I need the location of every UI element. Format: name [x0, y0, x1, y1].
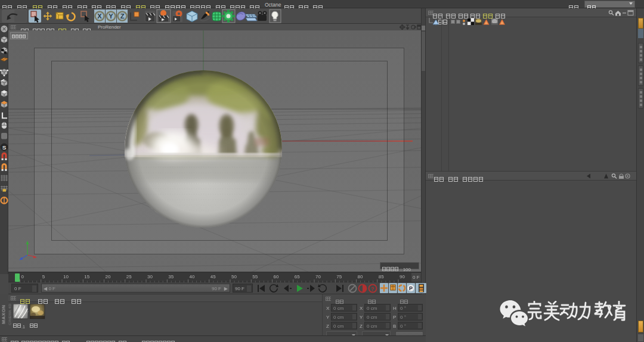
svg-text:?: ? — [371, 286, 374, 292]
svg-text:60: 60 — [274, 274, 279, 279]
svg-text:10: 10 — [63, 274, 69, 279]
svg-text:Y: Y — [109, 13, 113, 20]
svg-text:80: 80 — [358, 274, 363, 279]
svg-text:65: 65 — [295, 274, 300, 279]
svg-text:X: X — [97, 13, 102, 20]
svg-text:35: 35 — [168, 274, 174, 279]
svg-text:50: 50 — [231, 274, 237, 279]
svg-text:70: 70 — [315, 274, 321, 279]
svg-text:Z: Z — [120, 13, 125, 20]
svg-text:20: 20 — [106, 274, 111, 279]
svg-text:5: 5 — [42, 274, 45, 279]
svg-text:45: 45 — [210, 274, 216, 279]
svg-text:55: 55 — [252, 274, 258, 279]
svg-text:P: P — [409, 285, 413, 291]
svg-text:0: 0 — [21, 274, 24, 279]
svg-text:S: S — [2, 144, 7, 151]
svg-text:75: 75 — [336, 274, 342, 279]
svg-text:30: 30 — [147, 274, 153, 279]
svg-text:25: 25 — [126, 274, 132, 279]
svg-text:40: 40 — [190, 274, 195, 279]
svg-text:15: 15 — [84, 274, 89, 279]
svg-text:85: 85 — [379, 274, 384, 279]
svg-text:90: 90 — [400, 274, 405, 279]
